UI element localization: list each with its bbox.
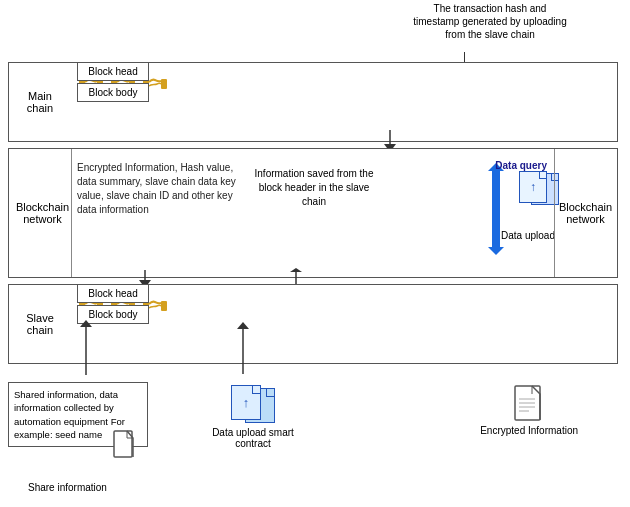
block-body-4: Block body [77, 83, 149, 102]
data-query-label: Data query [495, 159, 547, 171]
bottom-left-text: Shared information, data information col… [14, 389, 125, 440]
data-query-text: Data query [495, 160, 547, 171]
encrypted-doc-icon [514, 385, 544, 421]
doc-front-2: ↑ [231, 385, 261, 420]
slave-block-head-4: Block head [77, 284, 149, 303]
main-chain-section: Main chain Block head Block body Block h… [8, 62, 618, 142]
share-info-label: Share information [28, 482, 107, 493]
blockchain-network-label: Blockchain network [15, 201, 70, 225]
svg-rect-5 [161, 79, 167, 89]
svg-rect-17 [161, 301, 167, 311]
doc-front: ↑ [519, 171, 547, 203]
slave-chain-block-row: Block head Block body Block head Block b… [77, 293, 169, 315]
arrow-shaft [492, 169, 500, 249]
blockchain-network-section: Blockchain network Encrypted Information… [8, 148, 618, 278]
slave-block-body-4: Block body [77, 305, 149, 324]
encrypted-info-right-area: Encrypted Information [480, 385, 578, 436]
diagram-container: The transaction hash and timestamp gener… [0, 0, 630, 507]
info-saved-text: Information saved from the block header … [249, 167, 379, 209]
encrypted-info-label: Encrypted Information [480, 425, 578, 436]
top-annotation: The transaction hash and timestamp gener… [410, 2, 570, 41]
bottom-area: Shared information, data information col… [8, 370, 618, 495]
slave-chain-block-4: Block head Block body [77, 284, 149, 324]
data-upload-text: Data upload [501, 230, 555, 241]
main-chain-block-row: Block head Block body Block head Block b… [77, 71, 169, 93]
upload-contract-label: Data upload smart contract [208, 427, 298, 449]
right-divider [554, 149, 555, 277]
slave-chain-section: Slave chain Block head Block body Block … [8, 284, 618, 364]
slave-chain-label: Slave chain [15, 312, 65, 336]
svg-rect-20 [114, 431, 132, 457]
data-upload-label: Data upload [501, 229, 555, 241]
upload-contract-icon: ↑ [231, 375, 275, 423]
blockchain-network-right-label: Blockchain network [558, 201, 613, 225]
left-divider [71, 149, 72, 277]
main-chain-label: Main chain [15, 90, 65, 114]
block-head-4: Block head [77, 62, 149, 81]
upload-contract-area: ↑ Data upload smart contract [208, 375, 298, 449]
main-chain-block-4: Block head Block body [77, 62, 149, 102]
share-doc-icon [113, 430, 135, 460]
annotation-text: The transaction hash and timestamp gener… [413, 3, 566, 40]
encrypted-info-text: Encrypted Information, Hash value, data … [77, 161, 237, 217]
